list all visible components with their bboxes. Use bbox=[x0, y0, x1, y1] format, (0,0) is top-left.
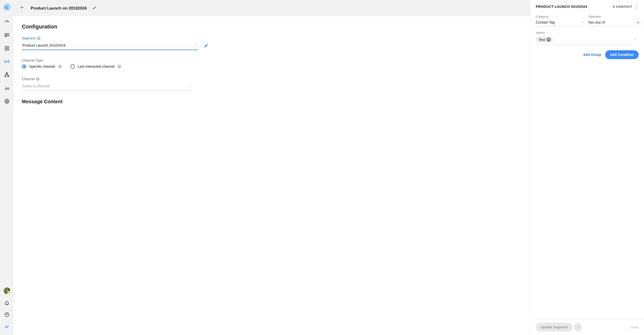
operator-label: Operator bbox=[588, 15, 637, 18]
svg-point-3 bbox=[6, 61, 7, 62]
sidebar: C bbox=[0, 0, 14, 335]
notifications-icon[interactable] bbox=[4, 300, 10, 306]
channel-placeholder: Select a channel bbox=[22, 84, 50, 88]
channel-type-label: Channel Type bbox=[22, 58, 43, 62]
segment-label[interactable]: Segment bbox=[22, 36, 36, 40]
svg-point-7 bbox=[6, 100, 8, 102]
contact-count-label: 0 CONTACT bbox=[613, 5, 632, 8]
svg-rect-0 bbox=[5, 33, 9, 36]
remove-tag-icon[interactable]: ✕ bbox=[546, 37, 551, 42]
page-title: Product Launch on 20102024 bbox=[31, 6, 87, 10]
tag-chip-text: Test bbox=[539, 38, 545, 42]
chevron-down-icon bbox=[194, 43, 198, 47]
update-segment-button: Update Segment bbox=[536, 323, 572, 332]
operator-value: has any of bbox=[588, 20, 605, 24]
close-panel-button[interactable] bbox=[635, 19, 642, 26]
analytics-icon[interactable] bbox=[4, 85, 10, 91]
segment-select-value: Product Launch 20102024 bbox=[22, 43, 66, 47]
chat-icon[interactable] bbox=[4, 32, 10, 38]
radio-selected-icon bbox=[22, 64, 26, 69]
configuration-heading: Configuration bbox=[22, 23, 522, 30]
panel-more-icon[interactable]: ⋮ bbox=[634, 4, 639, 9]
brand-badge[interactable]: C bbox=[3, 3, 10, 11]
radio-specific-label: Specific channel bbox=[29, 64, 55, 68]
operator-select[interactable]: has any of bbox=[588, 19, 637, 26]
svg-rect-4 bbox=[6, 73, 8, 74]
main-area: Product Launch on 20102024 Configuration… bbox=[14, 0, 530, 335]
segment-select[interactable]: Product Launch 20102024 bbox=[22, 42, 198, 50]
svg-rect-5 bbox=[5, 76, 6, 77]
update-segment-more-button bbox=[574, 323, 582, 331]
dashboard-icon[interactable] bbox=[4, 19, 10, 24]
contacts-icon[interactable] bbox=[4, 46, 10, 51]
chevron-down-icon bbox=[634, 38, 637, 42]
user-avatar[interactable] bbox=[4, 288, 10, 294]
category-select[interactable]: Contact Tag bbox=[536, 19, 584, 26]
category-value: Contact Tag bbox=[536, 20, 555, 24]
panel-title: PRODUCT LAUNCH 20102024 bbox=[536, 5, 587, 8]
last-help-icon[interactable]: ? bbox=[118, 65, 121, 68]
svg-point-2 bbox=[6, 47, 7, 48]
settings-icon[interactable] bbox=[4, 99, 10, 104]
tag-select[interactable]: Test ✕ bbox=[536, 35, 637, 45]
category-label: Category bbox=[536, 15, 584, 18]
edit-segment-icon[interactable] bbox=[204, 43, 208, 48]
radio-unselected-icon bbox=[70, 64, 75, 69]
workflow-icon[interactable] bbox=[4, 72, 10, 77]
help-icon[interactable] bbox=[4, 312, 10, 317]
radio-specific-channel[interactable]: Specific channel ? bbox=[22, 64, 62, 69]
topbar: Product Launch on 20102024 bbox=[14, 0, 530, 16]
channel-label: Channel bbox=[22, 77, 34, 81]
channel-help-icon[interactable]: ? bbox=[36, 77, 40, 81]
clear-button: Clear bbox=[630, 325, 638, 329]
tag-chip: Test ✕ bbox=[536, 36, 553, 43]
add-group-button[interactable]: Add Group bbox=[583, 53, 601, 57]
svg-rect-6 bbox=[7, 76, 9, 77]
chevron-down-icon bbox=[581, 20, 584, 24]
back-arrow-icon[interactable] bbox=[20, 5, 25, 11]
chevron-down-icon bbox=[188, 84, 191, 88]
add-condition-button[interactable]: Add Condition bbox=[605, 50, 638, 59]
checkmarks-icon[interactable] bbox=[4, 324, 10, 329]
message-content-heading: Message Content bbox=[22, 99, 522, 104]
radio-last-interacted[interactable]: Last interacted channel ? bbox=[70, 64, 121, 69]
radio-last-label: Last interacted channel bbox=[78, 64, 114, 68]
channel-select[interactable]: Select a channel bbox=[22, 82, 191, 90]
segment-help-icon[interactable]: ? bbox=[37, 36, 40, 40]
specific-help-icon[interactable]: ? bbox=[58, 65, 62, 68]
select-label: Select bbox=[536, 31, 637, 34]
segment-panel: PRODUCT LAUNCH 20102024 0 CONTACT ⋮ Cate… bbox=[530, 0, 644, 335]
broadcast-icon[interactable] bbox=[4, 59, 10, 64]
edit-title-icon[interactable] bbox=[92, 6, 96, 10]
